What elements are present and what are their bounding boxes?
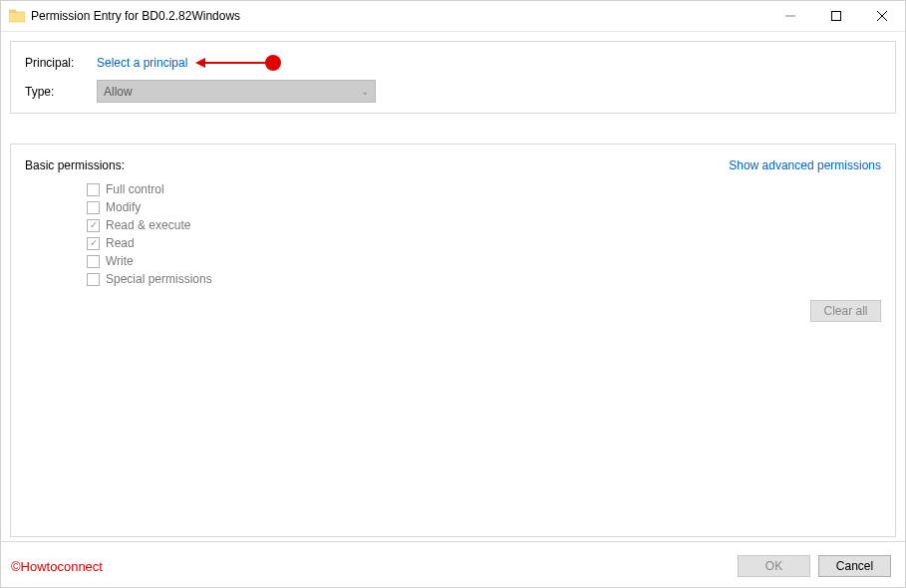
annotation-arrow	[197, 56, 292, 70]
clear-all-button: Clear all	[810, 300, 881, 322]
content-area: Principal: Select a principal Type: Allo…	[1, 32, 905, 576]
principal-label: Principal:	[25, 56, 97, 70]
ok-button: OK	[738, 555, 810, 577]
permissions-list: Full controlModify✓Read & execute✓ReadWr…	[87, 182, 881, 286]
folder-icon	[9, 8, 25, 24]
type-label: Type:	[25, 85, 97, 99]
window-controls	[767, 1, 905, 31]
permission-checkbox: ✓	[87, 237, 100, 250]
permissions-header: Basic permissions: Show advanced permiss…	[25, 158, 881, 172]
permission-label: Modify	[106, 200, 141, 214]
permission-item: Modify	[87, 200, 881, 214]
permission-checkbox	[87, 183, 100, 196]
permission-item: Full control	[87, 182, 881, 196]
permission-item: ✓Read & execute	[87, 218, 881, 232]
type-select: Allow ⌄	[97, 80, 376, 103]
permission-label: Full control	[106, 182, 164, 196]
cancel-button[interactable]: Cancel	[818, 555, 891, 577]
permission-item: ✓Read	[87, 236, 881, 250]
permission-label: Write	[106, 254, 134, 268]
type-row: Type: Allow ⌄	[25, 80, 881, 103]
permissions-panel: Basic permissions: Show advanced permiss…	[10, 144, 896, 537]
permission-label: Read	[106, 236, 135, 250]
footer-buttons: OK Cancel	[738, 555, 891, 577]
permission-label: Read & execute	[106, 218, 190, 232]
minimize-button[interactable]	[767, 1, 813, 31]
select-principal-link[interactable]: Select a principal	[97, 56, 187, 70]
principal-row: Principal: Select a principal	[25, 56, 881, 70]
basic-permissions-heading: Basic permissions:	[25, 158, 125, 172]
maximize-button[interactable]	[813, 1, 859, 31]
chevron-down-icon: ⌄	[361, 86, 369, 97]
titlebar: Permission Entry for BD0.2.82Windows	[1, 1, 905, 32]
footer: ©Howtoconnect OK Cancel	[1, 545, 905, 587]
window-title: Permission Entry for BD0.2.82Windows	[31, 9, 767, 23]
permission-label: Special permissions	[106, 272, 212, 286]
permission-checkbox	[87, 255, 100, 268]
watermark: ©Howtoconnect	[11, 559, 103, 574]
permission-checkbox: ✓	[87, 219, 100, 232]
svg-rect-2	[832, 12, 841, 21]
close-button[interactable]	[859, 1, 905, 31]
permission-item: Write	[87, 254, 881, 268]
permission-checkbox	[87, 201, 100, 214]
footer-separator	[1, 541, 905, 542]
permission-item: Special permissions	[87, 272, 881, 286]
permission-checkbox	[87, 273, 100, 286]
principal-panel: Principal: Select a principal Type: Allo…	[10, 41, 896, 114]
show-advanced-link[interactable]: Show advanced permissions	[729, 158, 881, 172]
type-value: Allow	[104, 85, 133, 99]
svg-rect-0	[9, 12, 25, 22]
